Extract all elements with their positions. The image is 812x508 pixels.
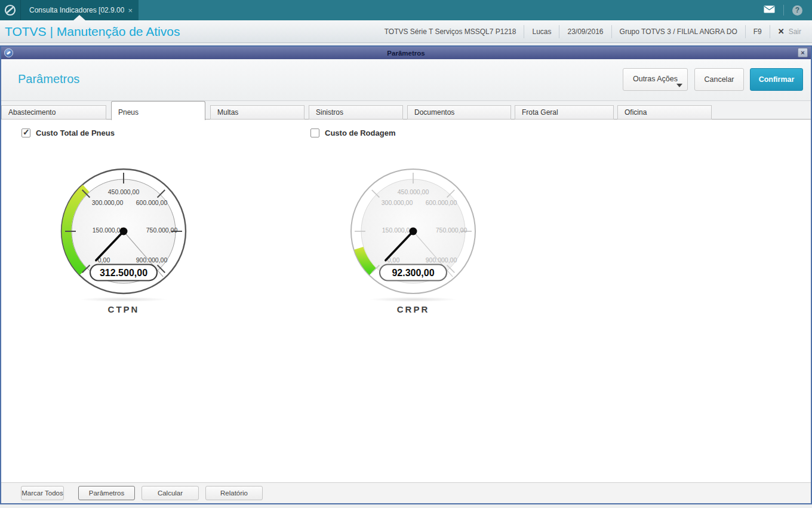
chevron-down-icon <box>676 84 682 87</box>
dialog-titlebar-title: Parâmetros <box>1 50 811 57</box>
confirmar-button[interactable]: Confirmar <box>750 68 803 91</box>
cancelar-button[interactable]: Cancelar <box>694 68 744 91</box>
session-info-item: 23/09/2016 <box>559 27 611 36</box>
gauge-dial-ctpn: 0,00150.000,00300.000,00450.000,00600.00… <box>58 166 189 297</box>
gauge-tick-label: 600.000,00 <box>136 199 168 206</box>
active-tab-notch <box>73 15 85 20</box>
gauge-title-crpr: CRPR <box>347 304 479 314</box>
gauge-tick-label: 750.000,00 <box>436 227 467 234</box>
gauge-value-label: 312.500,00 <box>100 268 147 278</box>
mail-icon[interactable] <box>764 5 775 16</box>
app-logo[interactable] <box>0 0 20 20</box>
app-title: TOTVS | Manutenção de Ativos <box>0 25 180 39</box>
gauge-tick-label: 300.000,00 <box>382 199 413 206</box>
dialog-titlebar: Parâmetros × <box>1 47 811 59</box>
marcar-todos-button[interactable]: Marcar Todos <box>21 486 64 500</box>
gauge-tick-label: 600.000,00 <box>426 199 457 206</box>
checkbox-unchecked-icon[interactable] <box>310 128 319 137</box>
gauge-ctpn: 0,00150.000,00300.000,00450.000,00600.00… <box>58 166 189 321</box>
gauge-dial-crpr: 0,00150.000,00300.000,00450.000,00600.00… <box>347 166 479 297</box>
tab-documentos[interactable]: Documentos <box>407 105 511 120</box>
tab-multas[interactable]: Multas <box>210 105 304 120</box>
dialog-header: Parâmetros Outras Ações Cancelar Confirm… <box>1 59 811 101</box>
tab-pneus[interactable]: Pneus <box>111 101 205 120</box>
outras-acoes-button[interactable]: Outras Ações <box>623 68 688 91</box>
gauge-shadow <box>79 297 168 302</box>
sair-label: Sair <box>789 27 801 36</box>
tab-strip: AbastecimentoPneusMultasSinistrosDocumen… <box>1 101 811 120</box>
relatorio-button[interactable]: Relatório <box>205 486 263 500</box>
gauge-tick-label: 750.000,00 <box>146 227 178 234</box>
outras-acoes-label: Outras Ações <box>633 75 678 83</box>
tab-oficina[interactable]: Oficina <box>617 105 712 120</box>
session-info-item: Lucas <box>524 27 559 36</box>
gauge-tick-label: 150.000,00 <box>93 227 124 234</box>
gauge-tick-label: 900.000,00 <box>426 256 457 264</box>
exit-x-icon: ✕ <box>778 27 785 36</box>
help-icon[interactable]: ? <box>792 5 802 16</box>
topbar-separator <box>783 5 784 16</box>
parametros-button[interactable]: Parâmetros <box>78 486 135 500</box>
gauge-needle-hub <box>410 228 417 235</box>
protheus-logo-icon <box>4 4 17 17</box>
tab-sinistros[interactable]: Sinistros <box>309 105 403 120</box>
gauge-needle-hub <box>120 228 128 235</box>
session-info-item: TOTVS Série T Serviços MSSQL7 P1218 <box>377 27 524 36</box>
gauge-tick-label: 450.000,00 <box>398 188 429 195</box>
footer-toolbar: Marcar TodosParâmetrosCalcularRelatório <box>1 482 811 503</box>
gauge-shadow <box>368 297 458 302</box>
dialog-page-title: Parâmetros <box>18 72 79 86</box>
checkbox-label: Custo Total de Pneus <box>36 128 115 137</box>
gauge-tick-label: 900.000,00 <box>136 256 168 264</box>
checkbox-custo-total-de-pneus[interactable]: ✓Custo Total de Pneus <box>21 128 115 137</box>
checkbox-checked-icon[interactable]: ✓ <box>21 128 30 137</box>
gauge-title-ctpn: CTPN <box>58 304 189 314</box>
f9-button[interactable]: F9 <box>746 27 770 36</box>
tab-panel-pneus: ✓Custo Total de PneusCusto de Rodagem0,0… <box>1 120 811 482</box>
calcular-button[interactable]: Calcular <box>142 486 199 500</box>
gauge-tick-label: 300.000,00 <box>92 199 124 206</box>
page: Consulta Indicadores [02.9.0019] × ? TOT… <box>0 0 812 508</box>
session-info-bar: TOTVS Série T Serviços MSSQL7 P1218Lucas… <box>377 20 812 42</box>
dialog-close-button[interactable]: × <box>798 48 808 57</box>
sair-button[interactable]: ✕Sair <box>770 27 804 36</box>
gauge-tick-label: 150.000,00 <box>382 227 414 234</box>
gauge-crpr: 0,00150.000,00300.000,00450.000,00600.00… <box>347 166 479 321</box>
gauge-tick-label: 450.000,00 <box>108 188 140 195</box>
tab-abastecimento[interactable]: Abastecimento <box>1 105 106 120</box>
process-tab-label: Consulta Indicadores [02.9.0019] <box>29 6 124 14</box>
checkbox-custo-de-rodagem[interactable]: Custo de Rodagem <box>310 128 395 137</box>
process-tab-close-icon[interactable]: × <box>128 6 133 15</box>
app-header: TOTVS | Manutenção de Ativos TOTVS Série… <box>0 20 812 43</box>
checkbox-label: Custo de Rodagem <box>325 128 395 137</box>
gauge-value-label: 92.300,00 <box>392 268 434 278</box>
tab-frota-geral[interactable]: Frota Geral <box>515 105 614 120</box>
top-bar: Consulta Indicadores [02.9.0019] × ? <box>0 0 812 20</box>
session-info-item: Grupo TOTVS 3 / FILIAL ANGRA DO <box>612 27 745 36</box>
parametros-dialog: Parâmetros × Parâmetros Outras Ações Can… <box>0 45 812 504</box>
